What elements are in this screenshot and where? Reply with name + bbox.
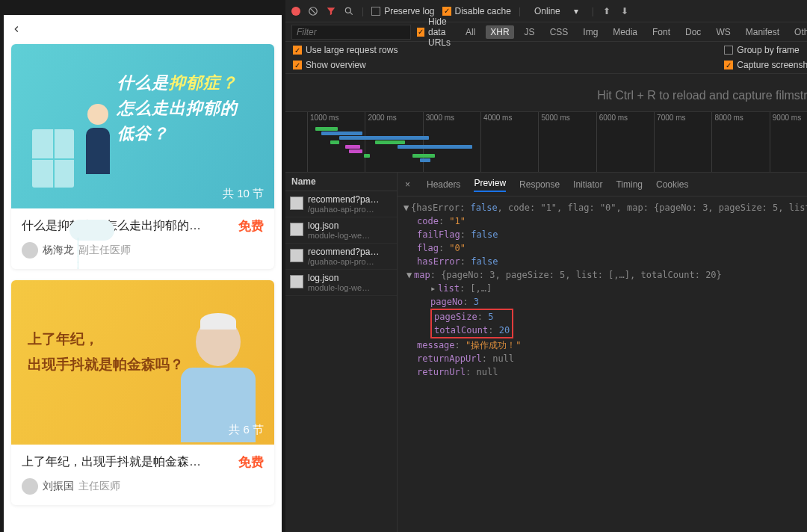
record-indicator-icon[interactable] xyxy=(291,7,300,16)
hero-text: 什么是抑郁症？ 怎么走出抑郁的 低谷？ xyxy=(117,70,259,146)
svg-point-2 xyxy=(345,7,350,13)
download-icon[interactable]: ⬇ xyxy=(619,6,630,16)
upload-icon[interactable]: ⬆ xyxy=(602,6,612,16)
hero-text: 上了年纪， 出现手抖就是帕金森吗？ xyxy=(28,327,184,377)
devtools-options: ✓Use large request rows ✓Show overview G… xyxy=(285,42,807,74)
file-icon xyxy=(290,223,303,236)
course-price: 免费 xyxy=(238,217,264,235)
timeline-tick: 7000 ms xyxy=(654,112,711,173)
lesson-count: 共 6 节 xyxy=(229,423,264,437)
author-title: 副主任医师 xyxy=(78,244,131,257)
course-price: 免费 xyxy=(238,454,264,471)
filter-type-media[interactable]: Media xyxy=(608,25,642,39)
json-preview[interactable]: ▼{hasError: false, code: "1", flag: "0",… xyxy=(398,197,807,383)
filter-type-all[interactable]: All xyxy=(461,25,480,39)
devtools-panel: | Preserve log ✓Disable cache | Online▾ … xyxy=(285,0,807,532)
tab-headers[interactable]: Headers xyxy=(427,178,460,191)
disable-cache-checkbox[interactable]: ✓Disable cache xyxy=(442,6,511,16)
use-large-rows-checkbox[interactable]: ✓Use large request rows xyxy=(293,45,398,55)
filter-type-manifest[interactable]: Manifest xyxy=(741,25,784,39)
request-list: Name recommend?pa…/guahao-api-pro… log.j… xyxy=(285,173,398,532)
tab-cookies[interactable]: Cookies xyxy=(656,178,688,191)
course-hero: 上了年纪， 出现手抖就是帕金森吗？ 共 6 节 xyxy=(11,280,274,445)
author-row: 刘振国 主任医师 xyxy=(22,478,264,495)
tab-timing[interactable]: Timing xyxy=(616,178,643,191)
timeline-tick: 8000 ms xyxy=(711,112,769,173)
lesson-count: 共 10 节 xyxy=(223,187,264,201)
devtools-toolbar: | Preserve log ✓Disable cache | Online▾ … xyxy=(285,0,807,22)
author-name: 刘振国 xyxy=(43,480,74,493)
timeline-tick: 6000 ms xyxy=(596,112,654,173)
tab-response[interactable]: Response xyxy=(519,178,560,191)
timeline-tick: 9000 ms xyxy=(770,112,807,173)
preserve-log-checkbox[interactable]: Preserve log xyxy=(371,6,434,16)
clear-icon[interactable] xyxy=(308,6,318,16)
svg-line-1 xyxy=(310,7,316,13)
mobile-preview-panel: | | | || | | 什么是抑郁症？ 怎么走出抑郁的 低谷？ 共 10 节 … xyxy=(0,0,285,532)
filter-icon[interactable] xyxy=(326,6,336,16)
capture-screenshots-checkbox[interactable]: ✓Capture screenshots xyxy=(724,60,807,70)
mobile-frame: | | | || | | 什么是抑郁症？ 怎么走出抑郁的 低谷？ 共 10 节 … xyxy=(4,15,282,532)
filter-type-ws[interactable]: WS xyxy=(711,25,735,39)
request-row[interactable]: recommend?pa…/guahao-api-pro… xyxy=(285,191,397,217)
group-by-frame-checkbox[interactable]: Group by frame xyxy=(724,45,807,55)
avatar xyxy=(22,478,38,495)
filter-type-font[interactable]: Font xyxy=(648,25,675,39)
tab-preview[interactable]: Preview xyxy=(474,176,506,192)
search-icon[interactable] xyxy=(344,6,354,16)
file-icon xyxy=(290,249,303,262)
close-icon[interactable]: × xyxy=(405,179,410,190)
course-card[interactable]: | | | || | | 什么是抑郁症？ 怎么走出抑郁的 低谷？ 共 10 节 … xyxy=(11,44,274,269)
course-title: 上了年纪，出现手抖就是帕金森… xyxy=(22,454,201,470)
course-hero: | | | || | | 什么是抑郁症？ 怎么走出抑郁的 低谷？ 共 10 节 xyxy=(11,44,274,208)
timeline-tick: 3000 ms xyxy=(423,112,480,173)
file-icon xyxy=(290,197,303,210)
course-body: 什么是抑郁症？怎么走出抑郁的… 免费 杨海龙 副主任医师 xyxy=(11,208,274,269)
file-icon xyxy=(290,275,303,288)
filter-type-xhr[interactable]: XHR xyxy=(486,25,513,39)
request-row[interactable]: log.jsonmodule-log-we… xyxy=(285,217,397,244)
filter-type-css[interactable]: CSS xyxy=(545,25,573,39)
filter-type-img[interactable]: Img xyxy=(578,25,602,39)
network-timeline[interactable]: 1000 ms 2000 ms 3000 ms 4000 ms 5000 ms … xyxy=(285,111,807,173)
name-column-header[interactable]: Name xyxy=(285,173,397,191)
request-row[interactable]: recommend?pa…/guahao-api-pro… xyxy=(285,244,397,270)
author-row: 杨海龙 副主任医师 xyxy=(22,242,264,259)
course-body: 上了年纪，出现手抖就是帕金森… 免费 刘振国 主任医师 xyxy=(11,445,274,505)
request-detail: × Headers Preview Response Initiator Tim… xyxy=(398,173,807,532)
show-overview-checkbox[interactable]: ✓Show overview xyxy=(293,60,398,70)
request-row[interactable]: log.jsonmodule-log-we… xyxy=(285,270,397,296)
back-button[interactable] xyxy=(4,15,282,44)
svg-line-3 xyxy=(350,12,352,14)
course-card[interactable]: 上了年纪， 出现手抖就是帕金森吗？ 共 6 节 上了年纪，出现手抖就是帕金森… … xyxy=(11,280,274,505)
devtools-filterbar: ✓Hide data URLs All XHR JS CSS Img Media… xyxy=(285,22,807,42)
filter-type-js[interactable]: JS xyxy=(520,25,539,39)
avatar xyxy=(22,242,38,259)
timeline-tick: 4000 ms xyxy=(480,112,538,173)
chevron-down-icon: ▾ xyxy=(574,6,578,16)
highlighted-json: pageSize: 5totalCount: 20 xyxy=(430,309,513,338)
filter-input[interactable] xyxy=(291,25,411,40)
filter-type-other[interactable]: Other xyxy=(790,25,807,39)
author-name: 杨海龙 xyxy=(43,244,74,257)
reload-hint: Hit Ctrl + R to reload and capture films… xyxy=(285,74,807,111)
timeline-tick: 5000 ms xyxy=(538,112,596,173)
detail-tabs: × Headers Preview Response Initiator Tim… xyxy=(398,173,807,197)
author-title: 主任医师 xyxy=(78,480,120,493)
throttling-select[interactable]: Online▾ xyxy=(528,5,584,17)
filter-type-doc[interactable]: Doc xyxy=(681,25,705,39)
tab-initiator[interactable]: Initiator xyxy=(573,178,602,191)
